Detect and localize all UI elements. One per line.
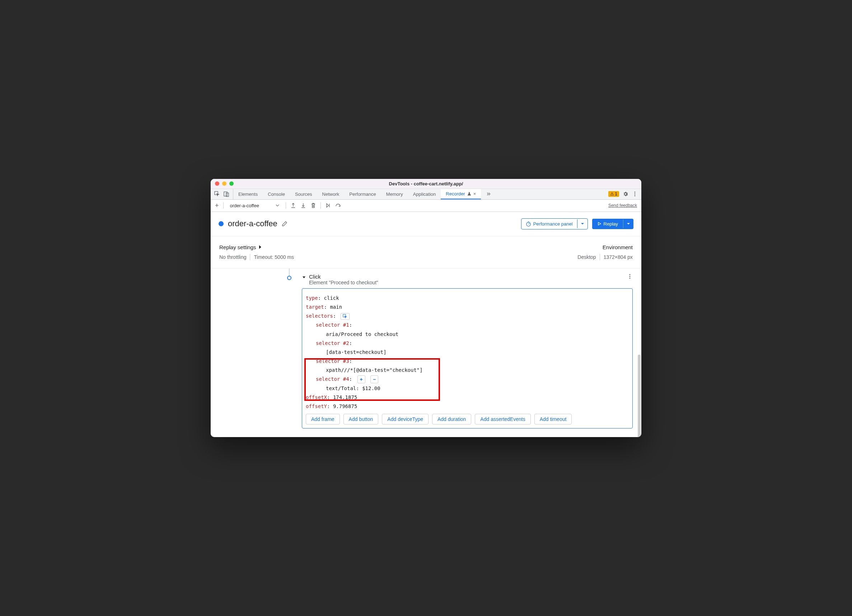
tabs: Elements Console Sources Network Perform… bbox=[233, 189, 496, 199]
tab-console[interactable]: Console bbox=[263, 189, 290, 199]
device-toolbar-icon[interactable] bbox=[224, 191, 229, 197]
svg-point-5 bbox=[634, 196, 636, 196]
devtools-window: DevTools - coffee-cart.netlify.app/ Elem… bbox=[211, 179, 641, 437]
tab-application[interactable]: Application bbox=[408, 189, 441, 199]
device-value: Desktop bbox=[577, 254, 596, 260]
tab-recorder[interactable]: Recorder × bbox=[441, 189, 481, 199]
step-over-icon[interactable] bbox=[335, 203, 341, 208]
close-window-button[interactable] bbox=[215, 181, 219, 186]
add-devicetype-button[interactable]: Add deviceType bbox=[382, 414, 429, 425]
field-type[interactable]: type: click bbox=[306, 294, 629, 303]
add-assertedevents-button[interactable]: Add assertedEvents bbox=[475, 414, 530, 425]
new-recording-icon[interactable]: + bbox=[215, 202, 219, 209]
settings-icon[interactable] bbox=[623, 191, 628, 197]
tab-performance[interactable]: Performance bbox=[344, 189, 381, 199]
replay-settings-label: Replay settings bbox=[219, 244, 256, 250]
selector-2-value[interactable]: [data-test=checkout] bbox=[306, 348, 629, 357]
field-target[interactable]: target: main bbox=[306, 303, 629, 312]
recording-name-label: order-a-coffee bbox=[230, 203, 259, 208]
replay-settings-toggle[interactable]: Replay settings bbox=[219, 244, 294, 250]
import-icon[interactable] bbox=[301, 203, 306, 208]
svg-point-4 bbox=[634, 194, 636, 195]
performance-icon bbox=[526, 221, 531, 227]
remove-selector-button[interactable]: − bbox=[370, 375, 378, 383]
field-selectors: selectors: bbox=[306, 312, 629, 321]
field-offsety[interactable]: offsetY: 9.796875 bbox=[306, 402, 629, 411]
svg-point-8 bbox=[630, 276, 631, 277]
tab-sources[interactable]: Sources bbox=[290, 189, 317, 199]
tab-elements[interactable]: Elements bbox=[233, 189, 263, 199]
step-more-icon[interactable] bbox=[627, 274, 633, 279]
replay-button[interactable]: Replay bbox=[592, 219, 633, 229]
selector-3-value[interactable]: xpath///*[@data-test="checkout"] bbox=[306, 366, 629, 375]
step-detail-box: type: click target: main selectors: sele… bbox=[302, 288, 633, 428]
experiment-icon bbox=[467, 192, 471, 196]
add-buttons-row: Add frame Add button Add deviceType Add … bbox=[306, 414, 629, 425]
step-title: Click bbox=[309, 274, 378, 280]
recording-status-dot bbox=[219, 221, 224, 226]
selector-4-value[interactable]: text/Total: $12.00 bbox=[306, 384, 629, 393]
inspect-tools bbox=[211, 189, 233, 199]
devtools-tabbar: Elements Console Sources Network Perform… bbox=[211, 189, 641, 200]
settings-row: Replay settings No throttling Timeout: 5… bbox=[211, 236, 641, 268]
edit-title-icon[interactable] bbox=[282, 221, 287, 227]
selector-3-label[interactable]: selector #3: bbox=[306, 357, 629, 366]
svg-point-7 bbox=[630, 274, 631, 275]
add-button-button[interactable]: Add button bbox=[343, 414, 379, 425]
add-timeout-button[interactable]: Add timeout bbox=[535, 414, 572, 425]
performance-panel-label: Performance panel bbox=[533, 221, 573, 227]
throttling-value: No throttling bbox=[219, 254, 246, 260]
timeout-value: Timeout: 5000 ms bbox=[254, 254, 294, 260]
timeline-line bbox=[289, 268, 290, 276]
add-duration-button[interactable]: Add duration bbox=[432, 414, 471, 425]
warning-count: 1 bbox=[615, 191, 617, 196]
more-tabs-button[interactable] bbox=[481, 189, 496, 199]
replay-label: Replay bbox=[604, 221, 618, 227]
recording-selector[interactable]: order-a-coffee bbox=[228, 202, 281, 209]
step-play-icon[interactable] bbox=[325, 203, 331, 208]
add-selector-button[interactable]: + bbox=[358, 375, 366, 383]
traffic-lights bbox=[215, 181, 234, 186]
selector-4-label[interactable]: selector #4: + − bbox=[306, 375, 629, 384]
tab-memory[interactable]: Memory bbox=[381, 189, 408, 199]
warnings-badge[interactable]: ⚠ 1 bbox=[608, 191, 619, 197]
svg-point-9 bbox=[630, 277, 631, 279]
scrollbar[interactable] bbox=[638, 355, 641, 437]
recording-title: order-a-coffee bbox=[228, 219, 277, 228]
performance-panel-dropdown[interactable] bbox=[577, 220, 588, 228]
steps-area: Click Element "Proceed to checkout" type… bbox=[211, 268, 641, 437]
performance-panel-button[interactable]: Performance panel bbox=[521, 218, 588, 229]
svg-point-3 bbox=[634, 192, 636, 193]
close-tab-icon[interactable]: × bbox=[473, 191, 476, 196]
selector-1-label[interactable]: selector #1: bbox=[306, 321, 629, 330]
field-offsetx[interactable]: offsetX: 174.1875 bbox=[306, 393, 629, 402]
right-tools: ⚠ 1 bbox=[605, 189, 641, 199]
selector-1-value[interactable]: aria/Proceed to checkout bbox=[306, 330, 629, 339]
tab-recorder-label: Recorder bbox=[446, 191, 465, 196]
inspect-element-icon[interactable] bbox=[214, 191, 220, 197]
replay-dropdown[interactable] bbox=[623, 220, 633, 228]
titlebar: DevTools - coffee-cart.netlify.app/ bbox=[211, 179, 641, 189]
kebab-menu-icon[interactable] bbox=[632, 191, 638, 197]
pick-element-icon[interactable] bbox=[341, 313, 350, 320]
step-subtitle: Element "Proceed to checkout" bbox=[309, 280, 378, 285]
export-icon[interactable] bbox=[290, 203, 296, 208]
window-title: DevTools - coffee-cart.netlify.app/ bbox=[211, 181, 641, 187]
recorder-toolbar: + order-a-coffee Send feedback bbox=[211, 200, 641, 212]
timeline-dot bbox=[287, 276, 292, 280]
step-header[interactable]: Click Element "Proceed to checkout" bbox=[302, 272, 633, 288]
delete-icon[interactable] bbox=[310, 203, 316, 208]
play-icon bbox=[597, 221, 601, 226]
dimensions-value: 1372×804 px bbox=[604, 254, 633, 260]
send-feedback-link[interactable]: Send feedback bbox=[608, 203, 637, 208]
warning-icon: ⚠ bbox=[610, 191, 614, 196]
selector-2-label[interactable]: selector #2: bbox=[306, 339, 629, 348]
maximize-window-button[interactable] bbox=[229, 181, 234, 186]
svg-rect-1 bbox=[224, 192, 227, 196]
tab-network[interactable]: Network bbox=[317, 189, 344, 199]
recording-header: order-a-coffee Performance panel Replay bbox=[211, 212, 641, 236]
add-frame-button[interactable]: Add frame bbox=[306, 414, 340, 425]
environment-label: Environment bbox=[603, 244, 633, 250]
minimize-window-button[interactable] bbox=[222, 181, 227, 186]
